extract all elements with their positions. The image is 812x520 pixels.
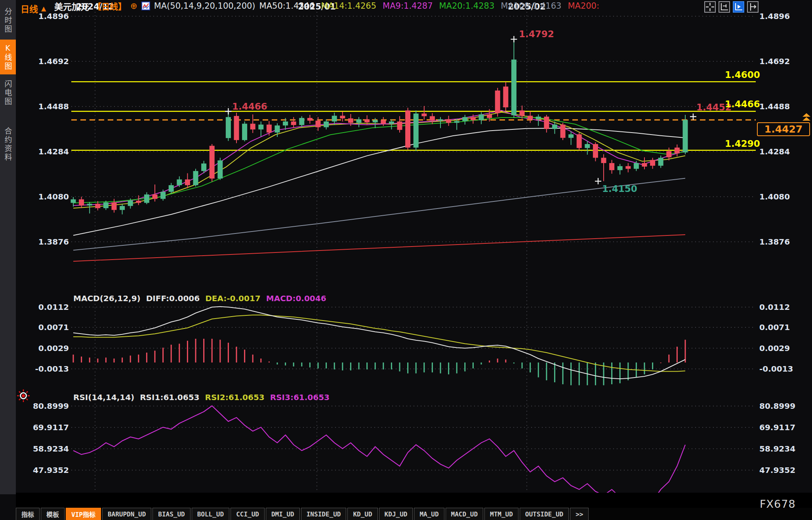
macd-hist-bar xyxy=(138,355,139,362)
macd-hist-bar xyxy=(244,350,245,363)
candle-body xyxy=(373,120,378,123)
macd-hist-bar xyxy=(260,359,261,362)
rsi-axis-label-right: 47.9352 xyxy=(759,465,795,475)
pan-crosshair-icon[interactable] xyxy=(704,1,716,13)
candle-body xyxy=(71,199,76,203)
macd-hist-bar xyxy=(342,362,343,370)
candle-body xyxy=(462,117,467,121)
macd-hist-bar xyxy=(301,362,302,366)
cross-marker xyxy=(511,36,517,42)
macd-hist-bar xyxy=(489,361,490,362)
chart-style-icon[interactable] xyxy=(141,1,150,11)
axis-play-icon[interactable] xyxy=(733,1,744,13)
macd-axis-label-left: 0.0112 xyxy=(25,302,69,312)
price-axis-label-right: 1.3876 xyxy=(759,237,790,247)
tab->>[interactable]: >> xyxy=(570,508,589,520)
tab-VIP指标[interactable]: VIP指标 xyxy=(66,508,101,520)
macd-hist-bar xyxy=(212,339,213,362)
candle-body xyxy=(128,201,133,206)
candle-body xyxy=(144,194,149,203)
candle-body xyxy=(625,166,631,169)
candle-body xyxy=(528,116,533,119)
ma-value-label: MA20:1.4283 xyxy=(439,1,495,11)
target-icon[interactable]: ⊕ xyxy=(130,2,137,10)
tab-BARUPDN_UD[interactable]: BARUPDN_UD xyxy=(102,508,151,520)
price-axis-label-right: 1.4080 xyxy=(759,192,790,201)
price-annotation: 1.4600 xyxy=(725,70,760,80)
tab-模板[interactable]: 模板 xyxy=(41,508,65,520)
macd-hist-bar xyxy=(73,355,74,362)
candle-body xyxy=(487,114,492,118)
candle-body xyxy=(283,121,288,125)
tab-BOLL_UD[interactable]: BOLL_UD xyxy=(192,508,229,520)
symbol-title: 美元加元 xyxy=(54,0,89,12)
macd-hist-bar xyxy=(522,362,523,368)
period-badge[interactable]: 【日线】 xyxy=(93,0,126,12)
macd-hist-bar xyxy=(269,362,270,363)
candle-body xyxy=(666,151,671,158)
candle-body xyxy=(95,204,100,208)
macd-hist-bar xyxy=(219,340,221,363)
macd-hist-bar xyxy=(285,362,286,366)
candle-body xyxy=(495,91,500,113)
tab-CCI_UD[interactable]: CCI_UD xyxy=(231,508,265,520)
candle-body xyxy=(544,117,549,129)
tab-KDJ_UD[interactable]: KDJ_UD xyxy=(379,508,413,520)
price-annotation: 1.4290 xyxy=(725,139,760,149)
macd-axis-label-right: 0.0071 xyxy=(759,323,790,332)
macd-hist-bar xyxy=(513,362,515,364)
candle-body xyxy=(160,192,166,199)
tab-MACD_UD[interactable]: MACD_UD xyxy=(446,508,483,520)
macd-hist-bar xyxy=(89,358,90,363)
candle-body xyxy=(258,125,263,129)
macd-hist-bar xyxy=(391,362,392,370)
macd-hist-bar xyxy=(293,362,294,366)
macd-hist-bar xyxy=(685,340,686,363)
axis-range-icon[interactable] xyxy=(719,1,730,13)
macd-hist-bar xyxy=(611,362,612,384)
candle-body xyxy=(136,201,141,203)
candle-body xyxy=(479,114,484,120)
candle-body xyxy=(430,116,435,121)
candle-body xyxy=(421,114,427,116)
price-axis-label-left: 1.3876 xyxy=(25,237,69,247)
date-axis-row xyxy=(16,493,812,508)
candle-body xyxy=(275,125,280,133)
macd-hist-bar xyxy=(366,362,368,370)
tab-OUTSIDE_UD[interactable]: OUTSIDE_UD xyxy=(520,508,569,520)
candle-body xyxy=(577,134,582,148)
cross-marker xyxy=(225,108,231,114)
macd-hist-bar xyxy=(660,362,661,363)
ma-value-label: MA100:1.4163 xyxy=(501,1,561,11)
macd-hist-bar xyxy=(668,355,669,362)
macd-hist-bar xyxy=(97,359,98,362)
candle-body xyxy=(234,116,239,140)
tab-INSIDE_UD[interactable]: INSIDE_UD xyxy=(301,508,347,520)
alert-sun-icon[interactable] xyxy=(17,389,30,404)
macd-hist-bar xyxy=(114,359,115,362)
candle-body xyxy=(520,110,525,116)
rsi1-value: RSI1:61.0653 xyxy=(140,393,199,402)
candle-body xyxy=(471,117,476,120)
macd-title: MACD(26,12,9) xyxy=(73,294,141,303)
candle-body xyxy=(405,110,410,148)
price-annotation: 1.4466 xyxy=(232,101,267,112)
chart-canvas[interactable] xyxy=(0,0,812,520)
tab-MA_UD[interactable]: MA_UD xyxy=(414,508,444,520)
axis-shift-icon[interactable] xyxy=(747,1,759,13)
tab-DMI_UD[interactable]: DMI_UD xyxy=(266,508,300,520)
ma-line-MA20 xyxy=(73,118,685,203)
macd-hist-bar xyxy=(122,358,123,363)
ma-line-MA200 xyxy=(73,235,685,261)
macd-hist-bar xyxy=(448,362,449,374)
rsi2-value: RSI2:61.0653 xyxy=(205,393,264,402)
tab-KD_UD[interactable]: KD_UD xyxy=(347,508,377,520)
candle-body xyxy=(397,121,402,130)
tab-指标[interactable]: 指标 xyxy=(16,508,40,520)
tab-BIAS_UD[interactable]: BIAS_UD xyxy=(152,508,190,520)
macd-hist-bar xyxy=(497,359,498,362)
macd-hist-bar xyxy=(554,362,555,382)
macd-dea-value: DEA:-0.0017 xyxy=(205,294,261,303)
tab-MTM_UD[interactable]: MTM_UD xyxy=(484,508,518,520)
macd-hist-bar xyxy=(416,362,417,374)
